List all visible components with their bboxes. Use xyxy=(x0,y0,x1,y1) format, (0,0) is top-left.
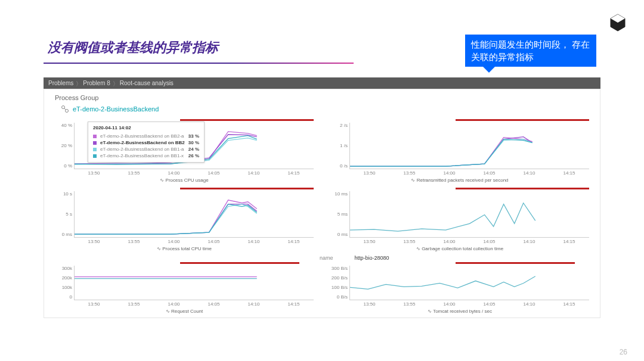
y-axis-labels: 2 /s1 /s0 /s xyxy=(331,123,348,169)
page-number: 26 xyxy=(620,348,627,356)
chart-lines xyxy=(75,191,314,237)
swatch-icon xyxy=(93,148,97,151)
breadcrumb-item[interactable]: Problem 8 xyxy=(78,80,115,86)
chart-gc: 10 ms5 ms0 ms 13:5013:5514:0014:0514:101… xyxy=(330,188,589,261)
tooltip-row: eT-demo-2-BusinessBackend on BB230 % xyxy=(93,139,199,146)
process-group-link[interactable]: eT-demo-2-BusinessBackend xyxy=(61,105,589,113)
tooltip-row: eT-demo-2-BusinessBackend on BB2-a33 % xyxy=(93,133,199,139)
anomaly-bar xyxy=(456,119,589,121)
chart-retransmitted: 2 /s1 /s0 /s 13:5013:5514:0014:0514:1014… xyxy=(330,119,589,186)
breadcrumb-item[interactable]: Root-cause analysis xyxy=(115,80,178,86)
process-group-label: Process Group xyxy=(55,94,589,101)
process-icon xyxy=(61,105,69,113)
breadcrumb-item[interactable]: Problems xyxy=(44,80,78,86)
y-axis-labels: 10 ms5 ms0 ms xyxy=(331,191,348,237)
svg-point-1 xyxy=(66,110,69,113)
x-axis-labels: 13:5013:5514:0014:0514:1014:15 xyxy=(74,301,314,307)
chart-cpu-total: 10 s5 s0 ms 13:5013:5514:0014:0514:1014:… xyxy=(55,188,314,261)
x-axis-labels: 13:5013:5514:0014:0514:1014:15 xyxy=(349,239,589,244)
charts-grid: 40 %20 %0 % 13:5013:5514:0014:0514:1014:… xyxy=(55,119,589,318)
y-axis-labels: 300k200k100k0 xyxy=(55,266,72,300)
x-axis-labels: 13:5013:5514:0014:0514:1014:15 xyxy=(74,170,314,176)
callout-box: 性能问题发生的时间段， 存在关联的异常指标 xyxy=(465,35,596,67)
anomaly-bar xyxy=(180,188,314,189)
tooltip-row: eT-demo-2-BusinessBackend on BB1-a24 % xyxy=(93,146,199,153)
y-axis-labels: 40 %20 %0 % xyxy=(55,123,72,169)
chart-caption: Request Count xyxy=(55,309,314,314)
chart-caption: Retransmitted packets received per secon… xyxy=(330,178,589,183)
anomaly-bar xyxy=(180,119,314,121)
anomaly-bar xyxy=(456,188,589,189)
process-group-link-text: eT-demo-2-BusinessBackend xyxy=(73,105,159,113)
title-underline xyxy=(44,63,354,64)
y-axis-labels: 300 B/s200 B/s100 B/s0 B/s xyxy=(331,266,348,300)
svg-point-0 xyxy=(62,106,65,109)
chart-tooltip: 2020-04-11 14:02 eT-demo-2-BusinessBacke… xyxy=(88,122,205,163)
x-axis-labels: 13:5013:5514:0014:0514:1014:15 xyxy=(349,301,589,307)
swatch-icon xyxy=(93,141,97,145)
chart-lines xyxy=(75,266,314,300)
page-title: 没有阀值或者基线的异常指标 xyxy=(48,39,218,57)
chart-lines xyxy=(350,266,589,300)
chart-caption: Tomcat received bytes / sec xyxy=(330,309,589,314)
chart-caption: Process CPU usage xyxy=(55,178,314,183)
swatch-icon xyxy=(93,154,97,158)
y-axis-labels: 10 s5 s0 ms xyxy=(55,191,72,237)
chart-lines xyxy=(350,123,589,169)
slide-header: 没有阀值或者基线的异常指标 性能问题发生的时间段， 存在关联的异常指标 xyxy=(0,0,644,77)
tooltip-row: eT-demo-2-BusinessBackend on BB1-x26 % xyxy=(93,153,199,159)
anomaly-bar xyxy=(456,262,575,264)
breadcrumb: Problems Problem 8 Root-cause analysis xyxy=(44,77,600,89)
svg-line-2 xyxy=(64,108,66,110)
content-panel: Process Group eT-demo-2-BusinessBackend … xyxy=(44,89,600,318)
swatch-icon xyxy=(93,135,97,138)
chart-cpu-usage: 40 %20 %0 % 13:5013:5514:0014:0514:1014:… xyxy=(55,119,314,186)
anomaly-bar xyxy=(180,262,299,264)
chart-caption: Garbage collection total collection time xyxy=(330,246,589,251)
chart-tomcat-bytes: 300 B/s200 B/s100 B/s0 B/s 13:5013:5514:… xyxy=(330,262,589,318)
chart-caption: Process total CPU time xyxy=(55,246,314,251)
chart-request-count: 300k200k100k0 13:5013:5514:0014:0514:101… xyxy=(55,262,314,318)
tooltip-timestamp: 2020-04-11 14:02 xyxy=(93,125,199,130)
x-axis-labels: 13:5013:5514:0014:0514:1014:15 xyxy=(74,239,314,244)
x-axis-labels: 13:5013:5514:0014:0514:1014:15 xyxy=(349,170,589,176)
cube-logo-icon xyxy=(608,13,627,32)
chart-lines xyxy=(350,191,589,237)
sub-row: namehttp-bio-28080 xyxy=(320,255,589,261)
